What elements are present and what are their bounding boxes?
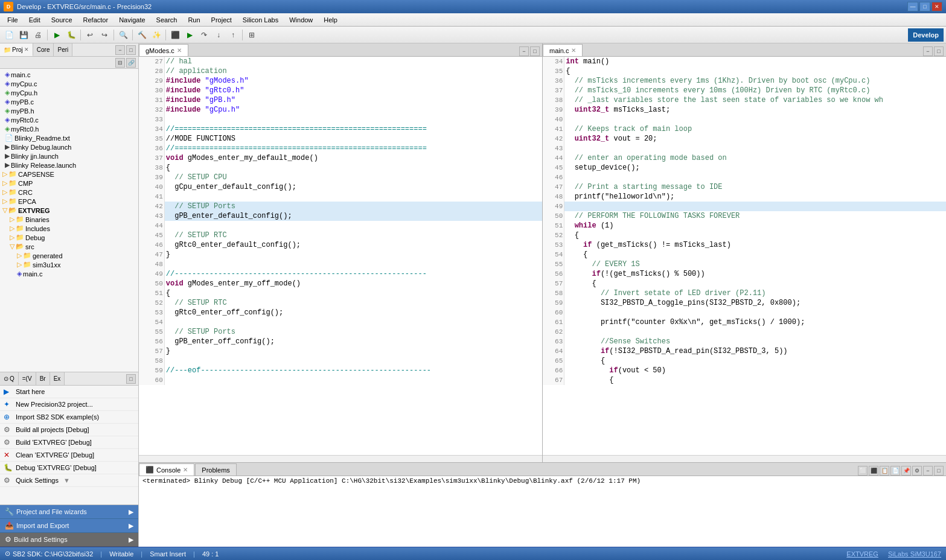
- lb-quick-settings[interactable]: ⚙ Quick Settings ▼: [0, 474, 138, 487]
- tree-item-blinky-jjn[interactable]: ▶ Blinky jjn.launch: [0, 151, 138, 161]
- lb-import-sdk[interactable]: ⊕ Import SB2 SDK example(s): [0, 411, 138, 424]
- lb-new-project[interactable]: ✦ New Precision32 project...: [0, 398, 138, 411]
- tb-undo-button[interactable]: ↩: [83, 28, 97, 42]
- tree-item-blinky-debug[interactable]: ▶ Blinky Debug.launch: [0, 142, 138, 151]
- tb-new-button[interactable]: 📄: [2, 28, 16, 42]
- editor-left-scroll[interactable]: 27// hal28// application29#include "gMod…: [139, 57, 542, 455]
- lb-build-all[interactable]: ⚙ Build all projects [Debug]: [0, 424, 138, 436]
- tb-clean-button[interactable]: ✨: [150, 28, 163, 42]
- tree-item-mypb-h[interactable]: ◈ myPB.h: [0, 106, 138, 115]
- console-paste[interactable]: 📄: [890, 466, 900, 476]
- tree-item-src[interactable]: ▽ 📂 src: [0, 242, 138, 251]
- collapse-all-button[interactable]: ⊟: [115, 58, 125, 68]
- tree-item-extvreg[interactable]: ▽ 📂 EXTVREG: [0, 206, 138, 215]
- menu-help[interactable]: Help: [319, 14, 342, 26]
- lb-tab-br[interactable]: Br: [36, 372, 50, 385]
- menu-edit[interactable]: Edit: [24, 14, 45, 26]
- develop-button[interactable]: Develop: [908, 28, 944, 42]
- menu-window[interactable]: Window: [284, 14, 318, 26]
- tree-item-epca[interactable]: ▷ 📁 EPCA: [0, 197, 138, 206]
- console-tab[interactable]: ⬛ Console ✕: [139, 463, 194, 476]
- tb-search-button[interactable]: 🔍: [117, 28, 130, 42]
- editor-tab-gmodes[interactable]: gModes.c ✕: [139, 44, 188, 56]
- tb-run-button[interactable]: ▶: [50, 28, 63, 42]
- tree-item-mycpu-c[interactable]: ◈ myCpu.c: [0, 79, 138, 88]
- console-clear[interactable]: ⬜: [858, 466, 868, 476]
- lb-start-here[interactable]: ▶ Start here: [0, 386, 138, 398]
- tb-perspective-button[interactable]: ⊞: [245, 28, 258, 42]
- title-bar-buttons[interactable]: — □ ✕: [907, 2, 942, 11]
- tree-item-generated[interactable]: ▷ 📁 generated: [0, 251, 138, 260]
- tb-step-into-button[interactable]: ↓: [212, 28, 225, 42]
- lb-tab-q[interactable]: ⊙ Q: [0, 372, 19, 385]
- tree-item-crc[interactable]: ▷ 📁 CRC: [0, 188, 138, 197]
- editor-right-scroll[interactable]: 34int main()35{36 // msTicks increments …: [543, 57, 946, 455]
- tree-item-includes[interactable]: ▷ 📁 Includes: [0, 224, 138, 233]
- tree-item-binaries[interactable]: ▷ 📁 Binaries: [0, 215, 138, 224]
- tree-item-sim3u1xx[interactable]: ▷ 📁 sim3u1xx: [0, 260, 138, 269]
- menu-source[interactable]: Source: [46, 14, 77, 26]
- link-editor-button[interactable]: 🔗: [126, 58, 136, 68]
- tb-step-return-button[interactable]: ↑: [226, 28, 240, 42]
- tree-item-src-main-c[interactable]: ◈ main.c: [0, 269, 138, 278]
- menu-file[interactable]: File: [2, 14, 23, 26]
- tree-item-myrtc0-h[interactable]: ◈ myRtc0.h: [0, 124, 138, 133]
- menu-refactor[interactable]: Refactor: [78, 14, 113, 26]
- menu-navigate[interactable]: Navigate: [114, 14, 150, 26]
- menu-run[interactable]: Run: [183, 14, 205, 26]
- panel-tab-core[interactable]: Core: [33, 43, 54, 56]
- tb-step-over-button[interactable]: ↷: [197, 28, 211, 42]
- panel-tab-proj[interactable]: 📁 Proj ✕: [0, 43, 33, 56]
- editor-right-hscroll[interactable]: [543, 455, 946, 462]
- qs-import-export[interactable]: 📤 Import and Export ▶: [0, 519, 138, 533]
- tb-build-button[interactable]: 🔨: [135, 28, 149, 42]
- tree-item-mypb-c[interactable]: ◈ myPB.c: [0, 97, 138, 106]
- lb-tab-ex[interactable]: Ex: [50, 372, 65, 385]
- minimize-button[interactable]: —: [907, 2, 918, 11]
- menu-search[interactable]: Search: [152, 14, 182, 26]
- close-button[interactable]: ✕: [932, 2, 942, 11]
- console-close[interactable]: ✕: [183, 466, 188, 473]
- tb-save-button[interactable]: 💾: [17, 28, 30, 42]
- tree-item-debug[interactable]: ▷ 📁 Debug: [0, 233, 138, 242]
- panel-minimize-button[interactable]: −: [115, 45, 125, 55]
- tree-item-mycpu-h[interactable]: ◈ myCpu.h: [0, 88, 138, 97]
- tree-item-capsense[interactable]: ▷ 📁 CAPSENSE: [0, 170, 138, 179]
- maximize-button[interactable]: □: [919, 2, 930, 11]
- tree-item-myrtc0-c[interactable]: ◈ myRtc0.c: [0, 115, 138, 124]
- menu-siliconlabs[interactable]: Silicon Labs: [238, 14, 283, 26]
- tb-resume-button[interactable]: ▶: [183, 28, 196, 42]
- lb-build-extvreg[interactable]: ⚙ Build 'EXTVREG' [Debug]: [0, 436, 138, 449]
- tb-debug-button[interactable]: 🐛: [65, 28, 78, 42]
- console-minimize[interactable]: −: [923, 466, 933, 476]
- tree-item-main-c[interactable]: ◈ main.c: [0, 70, 138, 79]
- tb-stop-button[interactable]: ⬛: [168, 28, 182, 42]
- project-link[interactable]: EXTVREG: [846, 550, 878, 558]
- lb-maximize-button[interactable]: □: [126, 374, 136, 384]
- problems-tab[interactable]: Problems: [195, 463, 236, 476]
- editor-right-minimize[interactable]: −: [923, 46, 933, 56]
- editor-tab-main[interactable]: main.c ✕: [543, 44, 583, 56]
- console-settings[interactable]: ⚙: [912, 466, 922, 476]
- console-copy[interactable]: 📋: [880, 466, 889, 476]
- editor-right-maximize[interactable]: □: [934, 46, 944, 56]
- tab-gmodes-close[interactable]: ✕: [177, 47, 182, 54]
- menu-project[interactable]: Project: [206, 14, 237, 26]
- panel-tab-proj-close[interactable]: ✕: [24, 46, 29, 52]
- lb-clean-extvreg[interactable]: ✕ Clean 'EXTVREG' [Debug]: [0, 449, 138, 462]
- qs-build-settings[interactable]: ⚙ Build and Settings ▶: [0, 533, 138, 547]
- tree-item-cmp[interactable]: ▷ 📁 CMP: [0, 179, 138, 188]
- tb-print-button[interactable]: 🖨: [31, 28, 45, 42]
- panel-maximize-button[interactable]: □: [126, 45, 136, 55]
- platform-link[interactable]: SiLabs SiM3U167: [888, 550, 941, 558]
- panel-tab-peri[interactable]: Peri: [54, 43, 72, 56]
- editor-left-hscroll[interactable]: [139, 455, 542, 462]
- editor-left-maximize[interactable]: □: [530, 46, 540, 56]
- lb-debug-extvreg[interactable]: 🐛 Debug 'EXTVREG' [Debug]: [0, 462, 138, 474]
- tb-redo-button[interactable]: ↪: [98, 28, 111, 42]
- tree-item-readme[interactable]: 📄 Blinky_Readme.txt: [0, 133, 138, 142]
- lb-tab-v[interactable]: =(V: [19, 372, 36, 385]
- console-pin[interactable]: 📌: [901, 466, 911, 476]
- tree-item-blinky-release[interactable]: ▶ Blinky Release.launch: [0, 161, 138, 170]
- editor-left-minimize[interactable]: −: [519, 46, 529, 56]
